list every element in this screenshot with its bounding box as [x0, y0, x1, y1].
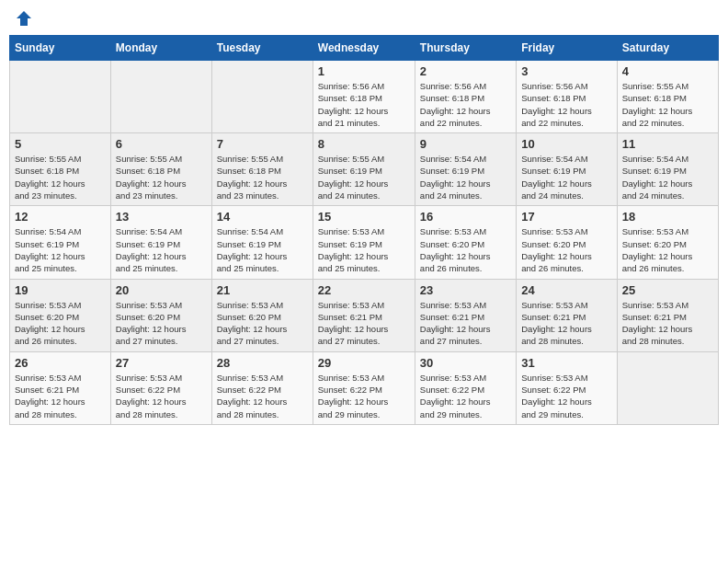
day-info: Sunrise: 5:53 AM Sunset: 6:22 PM Dayligh… [116, 372, 207, 420]
day-info: Sunrise: 5:54 AM Sunset: 6:19 PM Dayligh… [420, 153, 511, 201]
svg-marker-0 [17, 11, 31, 26]
day-number: 18 [622, 210, 713, 224]
day-info: Sunrise: 5:54 AM Sunset: 6:19 PM Dayligh… [217, 225, 308, 274]
day-info: Sunrise: 5:55 AM Sunset: 6:18 PM Dayligh… [15, 153, 106, 201]
day-number: 2 [420, 64, 511, 78]
calendar-cell: 22Sunrise: 5:53 AM Sunset: 6:21 PM Dayli… [313, 279, 415, 351]
day-number: 9 [420, 137, 511, 151]
day-number: 29 [318, 356, 410, 370]
day-number: 23 [420, 283, 511, 297]
day-number: 10 [521, 137, 611, 151]
day-number: 24 [521, 283, 611, 297]
weekday-header-tuesday: Tuesday [211, 36, 313, 61]
day-number: 16 [420, 210, 511, 224]
calendar-cell: 2Sunrise: 5:56 AM Sunset: 6:18 PM Daylig… [415, 61, 516, 133]
weekday-header-friday: Friday [517, 36, 617, 61]
calendar-cell: 4Sunrise: 5:55 AM Sunset: 6:18 PM Daylig… [617, 61, 718, 133]
calendar-cell: 6Sunrise: 5:55 AM Sunset: 6:18 PM Daylig… [110, 133, 211, 206]
calendar-cell: 14Sunrise: 5:54 AM Sunset: 6:19 PM Dayli… [211, 206, 313, 279]
day-number: 30 [420, 356, 511, 370]
calendar-cell: 23Sunrise: 5:53 AM Sunset: 6:21 PM Dayli… [415, 279, 516, 351]
calendar-cell: 15Sunrise: 5:53 AM Sunset: 6:19 PM Dayli… [313, 206, 415, 279]
calendar-cell: 11Sunrise: 5:54 AM Sunset: 6:19 PM Dayli… [617, 133, 718, 206]
calendar-week-row: 26Sunrise: 5:53 AM Sunset: 6:21 PM Dayli… [10, 351, 719, 424]
day-number: 25 [622, 283, 713, 297]
calendar-cell: 19Sunrise: 5:53 AM Sunset: 6:20 PM Dayli… [10, 279, 111, 351]
calendar-cell: 30Sunrise: 5:53 AM Sunset: 6:22 PM Dayli… [415, 351, 516, 424]
page-header [9, 9, 719, 28]
weekday-header-wednesday: Wednesday [313, 36, 415, 61]
logo [13, 9, 33, 28]
day-number: 19 [15, 283, 106, 297]
day-info: Sunrise: 5:53 AM Sunset: 6:21 PM Dayligh… [420, 299, 511, 348]
calendar-cell: 25Sunrise: 5:53 AM Sunset: 6:21 PM Dayli… [617, 279, 718, 351]
day-info: Sunrise: 5:53 AM Sunset: 6:20 PM Dayligh… [622, 225, 713, 274]
day-info: Sunrise: 5:55 AM Sunset: 6:18 PM Dayligh… [622, 80, 713, 129]
day-info: Sunrise: 5:53 AM Sunset: 6:21 PM Dayligh… [521, 299, 611, 348]
day-number: 22 [318, 283, 410, 297]
day-number: 15 [318, 210, 410, 224]
day-number: 5 [15, 137, 106, 151]
logo-icon [15, 9, 33, 28]
day-info: Sunrise: 5:53 AM Sunset: 6:20 PM Dayligh… [116, 299, 207, 348]
day-info: Sunrise: 5:54 AM Sunset: 6:19 PM Dayligh… [15, 225, 106, 274]
calendar-cell: 21Sunrise: 5:53 AM Sunset: 6:20 PM Dayli… [211, 279, 313, 351]
day-info: Sunrise: 5:56 AM Sunset: 6:18 PM Dayligh… [521, 80, 611, 129]
calendar-cell: 16Sunrise: 5:53 AM Sunset: 6:20 PM Dayli… [415, 206, 516, 279]
day-number: 8 [318, 137, 410, 151]
calendar-cell: 9Sunrise: 5:54 AM Sunset: 6:19 PM Daylig… [415, 133, 516, 206]
day-info: Sunrise: 5:55 AM Sunset: 6:18 PM Dayligh… [217, 153, 308, 201]
day-number: 11 [622, 137, 713, 151]
calendar-cell: 7Sunrise: 5:55 AM Sunset: 6:18 PM Daylig… [211, 133, 313, 206]
day-number: 4 [622, 64, 713, 78]
calendar-cell [110, 61, 211, 133]
calendar-cell: 1Sunrise: 5:56 AM Sunset: 6:18 PM Daylig… [313, 61, 415, 133]
calendar-week-row: 19Sunrise: 5:53 AM Sunset: 6:20 PM Dayli… [10, 279, 719, 351]
day-number: 12 [15, 210, 106, 224]
day-number: 3 [521, 64, 611, 78]
calendar-cell: 10Sunrise: 5:54 AM Sunset: 6:19 PM Dayli… [517, 133, 617, 206]
calendar-cell: 24Sunrise: 5:53 AM Sunset: 6:21 PM Dayli… [517, 279, 617, 351]
weekday-header-monday: Monday [110, 36, 211, 61]
calendar-cell: 20Sunrise: 5:53 AM Sunset: 6:20 PM Dayli… [110, 279, 211, 351]
calendar-week-row: 12Sunrise: 5:54 AM Sunset: 6:19 PM Dayli… [10, 206, 719, 279]
day-info: Sunrise: 5:55 AM Sunset: 6:19 PM Dayligh… [318, 153, 410, 201]
day-number: 13 [116, 210, 207, 224]
calendar-cell: 8Sunrise: 5:55 AM Sunset: 6:19 PM Daylig… [313, 133, 415, 206]
calendar-table: SundayMondayTuesdayWednesdayThursdayFrid… [9, 35, 719, 425]
day-info: Sunrise: 5:53 AM Sunset: 6:22 PM Dayligh… [420, 372, 511, 420]
day-number: 31 [521, 356, 611, 370]
weekday-header-sunday: Sunday [10, 36, 111, 61]
day-number: 20 [116, 283, 207, 297]
calendar-cell: 31Sunrise: 5:53 AM Sunset: 6:22 PM Dayli… [517, 351, 617, 424]
day-number: 28 [217, 356, 308, 370]
day-number: 27 [116, 356, 207, 370]
calendar-cell: 3Sunrise: 5:56 AM Sunset: 6:18 PM Daylig… [517, 61, 617, 133]
calendar-cell: 28Sunrise: 5:53 AM Sunset: 6:22 PM Dayli… [211, 351, 313, 424]
day-info: Sunrise: 5:55 AM Sunset: 6:18 PM Dayligh… [116, 153, 207, 201]
day-info: Sunrise: 5:53 AM Sunset: 6:20 PM Dayligh… [420, 225, 511, 274]
weekday-header-row: SundayMondayTuesdayWednesdayThursdayFrid… [10, 36, 719, 61]
day-info: Sunrise: 5:53 AM Sunset: 6:22 PM Dayligh… [217, 372, 308, 420]
calendar-cell: 18Sunrise: 5:53 AM Sunset: 6:20 PM Dayli… [617, 206, 718, 279]
day-number: 21 [217, 283, 308, 297]
calendar-cell: 26Sunrise: 5:53 AM Sunset: 6:21 PM Dayli… [10, 351, 111, 424]
day-number: 26 [15, 356, 106, 370]
calendar-cell: 5Sunrise: 5:55 AM Sunset: 6:18 PM Daylig… [10, 133, 111, 206]
day-number: 7 [217, 137, 308, 151]
calendar-cell: 29Sunrise: 5:53 AM Sunset: 6:22 PM Dayli… [313, 351, 415, 424]
day-number: 14 [217, 210, 308, 224]
calendar-week-row: 1Sunrise: 5:56 AM Sunset: 6:18 PM Daylig… [10, 61, 719, 133]
day-info: Sunrise: 5:53 AM Sunset: 6:21 PM Dayligh… [318, 299, 410, 348]
day-info: Sunrise: 5:53 AM Sunset: 6:20 PM Dayligh… [15, 299, 106, 348]
day-info: Sunrise: 5:53 AM Sunset: 6:22 PM Dayligh… [521, 372, 611, 420]
calendar-cell [211, 61, 313, 133]
calendar-cell: 13Sunrise: 5:54 AM Sunset: 6:19 PM Dayli… [110, 206, 211, 279]
day-info: Sunrise: 5:54 AM Sunset: 6:19 PM Dayligh… [521, 153, 611, 201]
day-info: Sunrise: 5:53 AM Sunset: 6:19 PM Dayligh… [318, 225, 410, 274]
calendar-week-row: 5Sunrise: 5:55 AM Sunset: 6:18 PM Daylig… [10, 133, 719, 206]
day-info: Sunrise: 5:54 AM Sunset: 6:19 PM Dayligh… [622, 153, 713, 201]
day-number: 6 [116, 137, 207, 151]
day-info: Sunrise: 5:56 AM Sunset: 6:18 PM Dayligh… [420, 80, 511, 129]
day-info: Sunrise: 5:53 AM Sunset: 6:20 PM Dayligh… [521, 225, 611, 274]
